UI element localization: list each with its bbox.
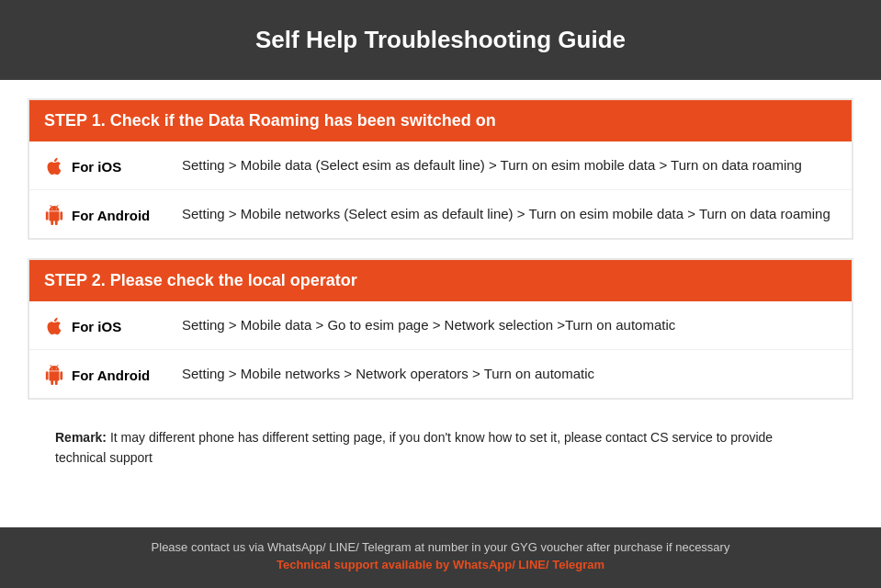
page-title: Self Help Troubleshooting Guide (18, 26, 863, 54)
apple-icon (44, 156, 64, 176)
step1-header: STEP 1. Check if the Data Roaming has be… (29, 100, 852, 141)
android-icon-2 (44, 365, 64, 385)
remark-label: Remark: (55, 430, 107, 445)
step2-ios-text: Setting > Mobile data > Go to esim page … (182, 314, 675, 336)
footer-contact: Please contact us via WhatsApp/ LINE/ Te… (18, 540, 863, 554)
step1-block: STEP 1. Check if the Data Roaming has be… (28, 98, 853, 240)
step2-android-text: Setting > Mobile networks > Network oper… (182, 363, 594, 385)
step2-android-row: For Android Setting > Mobile networks > … (29, 350, 852, 398)
page-header: Self Help Troubleshooting Guide (0, 0, 881, 80)
step1-ios-text: Setting > Mobile data (Select esim as de… (182, 154, 802, 176)
step1-ios-row: For iOS Setting > Mobile data (Select es… (29, 141, 852, 190)
android-icon (44, 205, 64, 225)
step1-android-text: Setting > Mobile networks (Select esim a… (182, 203, 830, 225)
step2-android-label: For Android (44, 363, 182, 385)
step1-ios-label: For iOS (44, 154, 182, 176)
step2-ios-label: For iOS (44, 314, 182, 336)
remark-section: Remark: It may different phone has diffe… (28, 418, 853, 483)
page-footer: Please contact us via WhatsApp/ LINE/ Te… (0, 527, 881, 588)
step2-block: STEP 2. Please check the local operator … (28, 258, 853, 400)
remark-text: It may different phone has different set… (55, 430, 773, 465)
apple-icon-2 (44, 316, 64, 336)
main-content: STEP 1. Check if the Data Roaming has be… (0, 80, 881, 527)
step1-body: For iOS Setting > Mobile data (Select es… (29, 141, 852, 238)
step1-android-label: For Android (44, 203, 182, 225)
step1-android-row: For Android Setting > Mobile networks (S… (29, 190, 852, 238)
footer-support: Technical support available by WhatsApp/… (18, 558, 863, 571)
step2-header: STEP 2. Please check the local operator (29, 260, 852, 301)
step2-ios-row: For iOS Setting > Mobile data > Go to es… (29, 301, 852, 350)
step2-body: For iOS Setting > Mobile data > Go to es… (29, 301, 852, 398)
